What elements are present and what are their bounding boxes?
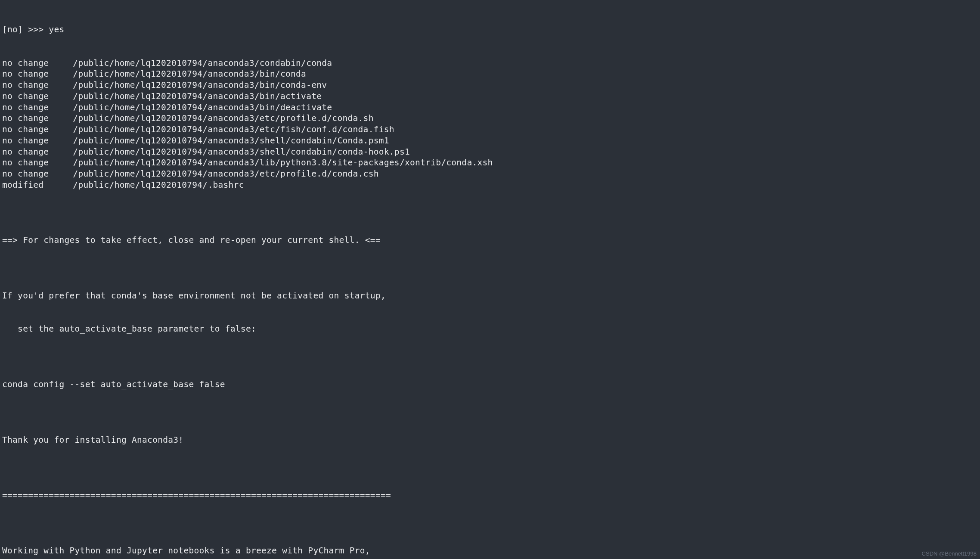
file-path: /public/home/lq1202010794/anaconda3/cond… xyxy=(73,58,332,69)
change-status: modified xyxy=(2,180,73,191)
change-status: no change xyxy=(2,157,73,168)
prefer-message-line2: set the auto_activate_base parameter to … xyxy=(2,323,978,335)
file-path: /public/home/lq1202010794/anaconda3/lib/… xyxy=(73,157,493,168)
thank-you-message: Thank you for installing Anaconda3! xyxy=(2,435,978,446)
separator-line: ========================================… xyxy=(2,490,978,501)
change-status: no change xyxy=(2,168,73,180)
file-change-line: no change/public/home/lq1202010794/anaco… xyxy=(2,168,978,180)
file-path: /public/home/lq1202010794/anaconda3/bin/… xyxy=(73,91,322,102)
change-status: no change xyxy=(2,135,73,146)
file-change-line: no change/public/home/lq1202010794/anaco… xyxy=(2,58,978,69)
file-change-line: no change/public/home/lq1202010794/anaco… xyxy=(2,113,978,124)
change-status: no change xyxy=(2,91,73,102)
file-path: /public/home/lq1202010794/anaconda3/bin/… xyxy=(73,80,327,91)
file-path: /public/home/lq1202010794/anaconda3/bin/… xyxy=(73,68,306,80)
file-change-line: no change/public/home/lq1202010794/anaco… xyxy=(2,124,978,135)
file-path: /public/home/lq1202010794/anaconda3/etc/… xyxy=(73,124,394,135)
file-change-line: no change/public/home/lq1202010794/anaco… xyxy=(2,102,978,113)
file-change-line: no change/public/home/lq1202010794/anaco… xyxy=(2,91,978,102)
effect-message: ==> For changes to take effect, close an… xyxy=(2,235,978,246)
watermark-text: CSDN @Bennett1998 xyxy=(922,550,977,557)
change-status: no change xyxy=(2,102,73,113)
file-change-line: no change/public/home/lq1202010794/anaco… xyxy=(2,157,978,168)
change-status: no change xyxy=(2,124,73,135)
file-change-line: modified/public/home/lq1202010794/.bashr… xyxy=(2,180,978,191)
file-path: /public/home/lq1202010794/anaconda3/bin/… xyxy=(73,102,332,113)
file-path: /public/home/lq1202010794/.bashrc xyxy=(73,180,244,191)
file-change-line: no change/public/home/lq1202010794/anaco… xyxy=(2,146,978,158)
change-status: no change xyxy=(2,113,73,124)
change-status: no change xyxy=(2,80,73,91)
file-path: /public/home/lq1202010794/anaconda3/shel… xyxy=(73,135,389,146)
conda-config-command: conda config --set auto_activate_base fa… xyxy=(2,379,978,390)
file-path: /public/home/lq1202010794/anaconda3/shel… xyxy=(73,146,410,158)
change-status: no change xyxy=(2,58,73,69)
prefer-message-line1: If you'd prefer that conda's base enviro… xyxy=(2,290,978,301)
file-path: /public/home/lq1202010794/anaconda3/etc/… xyxy=(73,113,373,124)
prompt-input-line: [no] >>> yes xyxy=(2,24,978,35)
change-status: no change xyxy=(2,146,73,158)
change-status: no change xyxy=(2,68,73,80)
terminal-output[interactable]: [no] >>> yes no change/public/home/lq120… xyxy=(2,2,978,559)
pycharm-message-line1: Working with Python and Jupyter notebook… xyxy=(2,545,978,556)
file-change-line: no change/public/home/lq1202010794/anaco… xyxy=(2,68,978,80)
file-path: /public/home/lq1202010794/anaconda3/etc/… xyxy=(73,168,378,180)
file-change-line: no change/public/home/lq1202010794/anaco… xyxy=(2,80,978,91)
file-change-line: no change/public/home/lq1202010794/anaco… xyxy=(2,135,978,146)
